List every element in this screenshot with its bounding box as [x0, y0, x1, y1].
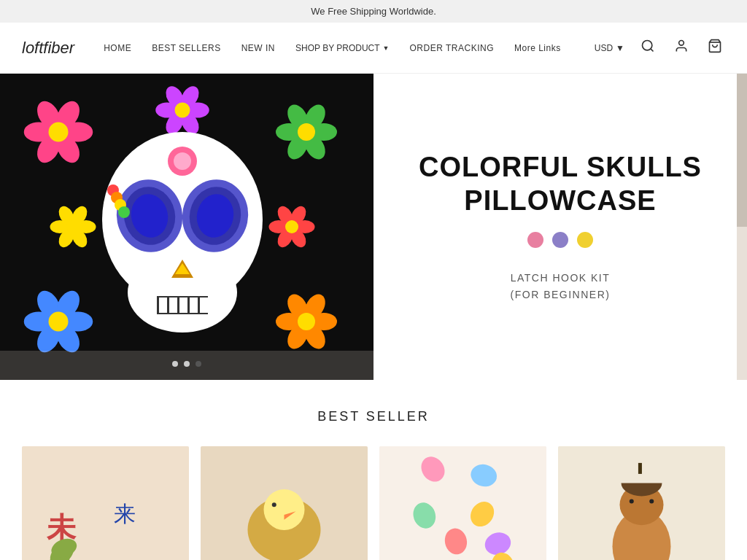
slide-indicators: [172, 361, 201, 367]
color-dots: [527, 232, 593, 248]
search-icon: [640, 39, 655, 53]
product-grid: [22, 446, 725, 560]
logo[interactable]: loftfiber: [22, 39, 74, 58]
nav-home[interactable]: HOME: [104, 43, 131, 53]
currency-selector[interactable]: USD ▼: [595, 43, 624, 53]
account-icon: [674, 39, 689, 53]
svg-line-1: [651, 49, 654, 52]
header-icons: USD ▼: [595, 36, 725, 60]
color-dot-pink[interactable]: [527, 232, 543, 248]
account-button[interactable]: [671, 36, 692, 60]
product-card-4[interactable]: [558, 446, 725, 560]
product-canvas-2: [201, 446, 368, 560]
slide-dot-1[interactable]: [172, 361, 178, 367]
hero-subtitle: LATCH HOOK KIT (FOR BEGINNER): [511, 270, 611, 303]
product-card-1[interactable]: [22, 446, 189, 560]
chevron-down-icon: ▼: [383, 44, 390, 52]
slide-dot-2[interactable]: [184, 361, 190, 367]
nav-more-links[interactable]: More Links: [514, 43, 561, 53]
nav-best-sellers[interactable]: BEST SELLERS: [152, 43, 221, 53]
hero-canvas: [0, 74, 374, 380]
top-banner: We Free Shipping Worldwide.: [0, 0, 747, 23]
banner-text: We Free Shipping Worldwide.: [311, 6, 436, 17]
nav-new-in[interactable]: NEW IN: [241, 43, 275, 53]
main-nav: HOME BEST SELLERS NEW IN SHOP BY PRODUCT…: [104, 43, 595, 53]
color-dot-yellow[interactable]: [577, 232, 593, 248]
best-seller-section: BEST SELLER: [0, 380, 747, 560]
hero-section: COLORFUL SKULLS PILLOWCASE LATCH HOOK KI…: [0, 74, 747, 380]
search-button[interactable]: [638, 36, 658, 60]
strip-bottom: [737, 227, 747, 380]
nav-shop-by-product[interactable]: SHOP BY PRODUCT ▼: [295, 43, 390, 53]
cart-button[interactable]: [705, 36, 725, 60]
strip-top: [737, 74, 747, 227]
hero-content: COLORFUL SKULLS PILLOWCASE LATCH HOOK KI…: [374, 74, 747, 380]
slide-dot-3[interactable]: [196, 361, 201, 367]
header: loftfiber HOME BEST SELLERS NEW IN SHOP …: [0, 23, 747, 74]
svg-point-0: [643, 41, 652, 50]
product-canvas-3: [379, 446, 546, 560]
chevron-down-icon: ▼: [616, 43, 624, 53]
product-canvas-1: [22, 446, 189, 560]
product-canvas-4: [558, 446, 725, 560]
cart-icon: [708, 39, 722, 53]
product-card-2[interactable]: [201, 446, 368, 560]
hero-title: COLORFUL SKULLS PILLOWCASE: [419, 151, 702, 217]
svg-point-2: [679, 41, 684, 46]
hero-right-strip: [737, 74, 747, 380]
product-card-3[interactable]: [379, 446, 546, 560]
best-seller-title: BEST SELLER: [22, 409, 725, 424]
hero-image: [0, 74, 374, 380]
color-dot-purple[interactable]: [552, 232, 568, 248]
nav-order-tracking[interactable]: ORDER TRACKING: [410, 43, 494, 53]
